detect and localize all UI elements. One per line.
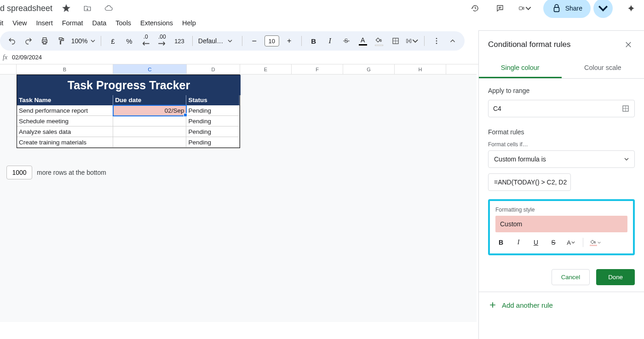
table-title-cell[interactable]: Task Progress Tracker xyxy=(17,75,241,95)
cell-due[interactable] xyxy=(113,126,186,137)
font-select[interactable]: Defaul… xyxy=(198,37,236,45)
cell-status[interactable]: Pending xyxy=(186,105,240,116)
italic-button[interactable]: I xyxy=(323,34,336,47)
meet-icon[interactable] xyxy=(518,2,531,15)
cell-due-selected[interactable]: 02/Sep xyxy=(113,105,186,116)
decrease-font-button[interactable]: − xyxy=(248,34,261,47)
col-header-c[interactable]: C xyxy=(113,64,187,74)
add-rows-input[interactable] xyxy=(6,166,32,179)
svg-rect-0 xyxy=(519,7,522,10)
menu-insert[interactable]: Insert xyxy=(36,19,52,27)
header-task[interactable]: Task Name xyxy=(17,95,113,105)
star-icon[interactable] xyxy=(60,2,73,15)
increase-font-button[interactable]: + xyxy=(283,34,296,47)
font-name: Defaul… xyxy=(198,37,223,45)
share-label: Share xyxy=(565,5,582,12)
merge-button[interactable] xyxy=(406,34,419,47)
menu-view[interactable]: View xyxy=(12,19,27,27)
zoom-select[interactable]: 100% xyxy=(71,37,95,45)
format-cells-if-label: Format cells if… xyxy=(488,141,635,148)
cell-task[interactable]: Analyze sales data xyxy=(17,126,113,137)
range-input[interactable]: C4 xyxy=(488,100,635,117)
titlebar: d spreadsheet Share xyxy=(0,0,644,17)
menu-edit[interactable]: it xyxy=(0,19,3,27)
grid-select-icon[interactable] xyxy=(621,104,630,113)
col-header-e[interactable]: E xyxy=(240,64,292,74)
menu-extensions[interactable]: Extensions xyxy=(140,19,173,27)
close-icon[interactable] xyxy=(622,38,635,51)
cell-status[interactable]: Pending xyxy=(186,126,240,137)
formatting-style-section: Formatting style Custom B I U S A xyxy=(488,199,635,255)
cell-due[interactable] xyxy=(113,116,186,126)
formula-input[interactable]: =AND(TODAY() > C2, D2 xyxy=(488,173,571,191)
style-text-color-button[interactable]: A xyxy=(565,237,576,248)
gemini-icon[interactable] xyxy=(625,2,638,15)
cloud-status-icon[interactable] xyxy=(102,2,115,15)
cell-task[interactable]: Schedule meeting xyxy=(17,116,113,126)
table-row: Analyze sales data Pending xyxy=(17,126,240,137)
tab-single-colour[interactable]: Single colour xyxy=(479,58,562,78)
strikethrough-button[interactable]: S xyxy=(340,34,353,47)
paint-format-icon[interactable] xyxy=(55,34,68,47)
fill-color-button[interactable] xyxy=(373,34,385,47)
menu-data[interactable]: Data xyxy=(92,19,107,27)
cancel-button[interactable]: Cancel xyxy=(552,269,590,285)
style-italic-button[interactable]: I xyxy=(513,237,524,248)
done-button[interactable]: Done xyxy=(596,269,635,285)
col-header-h[interactable]: H xyxy=(395,64,446,74)
cell-due[interactable] xyxy=(113,137,186,148)
style-fill-color-button[interactable] xyxy=(590,237,601,248)
style-strike-button[interactable]: S xyxy=(548,237,559,248)
style-preview[interactable]: Custom xyxy=(495,216,627,232)
redo-icon[interactable] xyxy=(22,34,35,47)
cell-status[interactable]: Pending xyxy=(186,116,240,126)
share-dropdown[interactable] xyxy=(593,0,613,18)
decrease-decimal-button[interactable]: .0 xyxy=(139,34,152,47)
col-header-b[interactable]: B xyxy=(17,64,113,74)
formatting-style-label: Formatting style xyxy=(495,207,627,213)
more-toolbar-icon[interactable] xyxy=(430,34,443,47)
menu-tools[interactable]: Tools xyxy=(115,19,131,27)
cell-task[interactable]: Send performance report xyxy=(17,105,113,116)
collapse-toolbar-icon[interactable] xyxy=(446,34,459,47)
svg-point-7 xyxy=(436,38,437,39)
menu-format[interactable]: Format xyxy=(62,19,83,27)
increase-decimal-button[interactable]: .00 xyxy=(156,34,169,47)
condition-select[interactable]: Custom formula is xyxy=(488,150,635,168)
font-size-input[interactable]: 10 xyxy=(264,35,279,46)
apply-range-label: Apply to range xyxy=(488,87,635,94)
style-bold-button[interactable]: B xyxy=(495,237,506,248)
move-icon[interactable] xyxy=(81,2,94,15)
svg-rect-1 xyxy=(554,7,559,11)
add-rows-control: more rows at the bottom xyxy=(6,166,106,179)
tab-colour-scale[interactable]: Colour scale xyxy=(562,58,644,78)
fx-label: fx xyxy=(3,54,12,61)
comments-icon[interactable] xyxy=(494,2,506,15)
share-button[interactable]: Share xyxy=(543,0,591,18)
spreadsheet-grid[interactable]: B C D E F G H Task Progress Tracker Task… xyxy=(0,64,477,322)
bold-button[interactable]: B xyxy=(307,34,320,47)
col-header-g[interactable]: G xyxy=(343,64,395,74)
text-color-button[interactable]: A xyxy=(356,34,369,47)
condition-value: Custom formula is xyxy=(494,155,546,163)
col-header-f[interactable]: F xyxy=(292,64,343,74)
borders-button[interactable] xyxy=(389,34,402,47)
undo-icon[interactable] xyxy=(6,34,18,47)
table-row: Send performance report 02/Sep Pending xyxy=(17,105,240,116)
format-123-button[interactable]: 123 xyxy=(172,34,187,47)
menu-help[interactable]: Help xyxy=(182,19,196,27)
header-status[interactable]: Status xyxy=(186,95,240,105)
cell-status[interactable]: Pending xyxy=(186,137,240,148)
add-rows-label: more rows at the bottom xyxy=(37,169,106,176)
style-underline-button[interactable]: U xyxy=(530,237,541,248)
history-icon[interactable] xyxy=(469,2,482,15)
cell-task[interactable]: Create training materials xyxy=(17,137,113,148)
percent-button[interactable]: % xyxy=(123,34,136,47)
header-due[interactable]: Due date xyxy=(113,95,186,105)
add-another-rule-button[interactable]: Add another rule xyxy=(488,300,635,310)
formula-value: 02/09/2024 xyxy=(12,54,42,61)
print-icon[interactable] xyxy=(38,34,51,47)
currency-button[interactable]: £ xyxy=(106,34,119,47)
col-header-d[interactable]: D xyxy=(187,64,240,74)
document-title[interactable]: d spreadsheet xyxy=(0,4,52,13)
